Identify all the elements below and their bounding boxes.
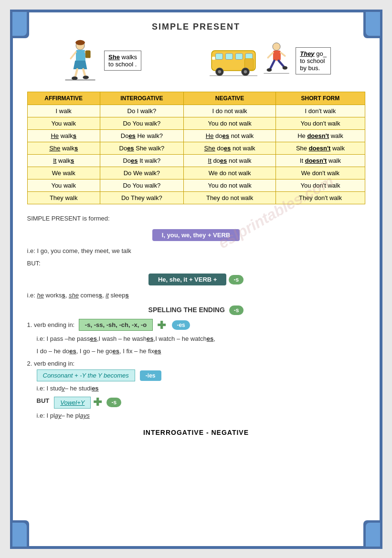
spelling-example1b: I do – he does, I go – he goes, I fix – … — [27, 347, 365, 357]
corner-decoration-tr — [363, 10, 382, 38]
svg-point-32 — [283, 66, 288, 70]
illustration-right: They go_to schoolby bus. — [210, 42, 331, 80]
spelling-item1: 1. verb ending in: -s, -ss, -sh, -ch, -x… — [27, 319, 365, 332]
spelling-item2: 2. verb ending in: — [27, 360, 365, 367]
bus-icon — [210, 42, 257, 80]
badge-es: -es — [172, 320, 190, 330]
formed-example1: i.e: I go, you come, they meet, we talk — [27, 246, 365, 256]
corner-decoration-br — [363, 520, 382, 549]
grammar-table: AFFIRMATIVE INTEROGATIVE NEGATIVE SHORT … — [27, 92, 365, 204]
svg-line-4 — [71, 52, 76, 59]
svg-point-1 — [75, 40, 85, 45]
formed-label: SIMPLE PRESENT is formed: — [27, 214, 365, 224]
table-row: I walkDo I walk?I do not walkI don't wal… — [27, 105, 365, 117]
speech-box-left: She walksto school . — [104, 51, 141, 71]
col-interogative: INTEROGATIVE — [100, 92, 183, 105]
svg-rect-13 — [216, 53, 223, 60]
svg-rect-2 — [76, 50, 85, 62]
table-row: You walkDo You walk?You do not walkYou d… — [27, 179, 365, 192]
consonant-row: Consonant + -Y the Y becomes -ies — [37, 369, 365, 381]
speech-box-right: They go_to schoolby bus. — [296, 47, 331, 74]
spelling-example1: i.e: I pass –he passes,I wash – he washe… — [27, 334, 365, 344]
corner-decoration-tl — [10, 10, 29, 38]
banner1-container: I, you, we, they + VERB — [27, 227, 365, 243]
plus-icon-2: ✚ — [93, 396, 102, 409]
she-italic: she — [69, 292, 79, 299]
they-pronoun: They — [300, 50, 314, 57]
badge-s-vowely: -s — [106, 398, 121, 407]
table-row: She walksDoes She walk?She does not walk… — [27, 142, 365, 155]
vowely-box: Vowel+Y — [54, 397, 91, 409]
table-row: We walkDo We walk?We do not walkWe don't… — [27, 167, 365, 179]
svg-point-31 — [267, 68, 272, 72]
illustrations-row: She walksto school . — [27, 39, 365, 82]
badge-s-spelling: -s — [229, 305, 244, 315]
svg-rect-14 — [226, 53, 233, 60]
banner-i-you-we-they: I, you, we, they + VERB — [152, 229, 240, 241]
table-row: He walksDoes He walk?He does not walkHe … — [27, 130, 365, 142]
badge-s-main: -s — [229, 275, 244, 284]
svg-marker-3 — [74, 61, 87, 69]
svg-rect-6 — [85, 50, 91, 58]
spelling-header: SPELLING THE ENDING -s — [27, 305, 365, 315]
svg-line-28 — [281, 53, 285, 56]
col-shortform: SHORT FORM — [276, 92, 365, 105]
illustration-left: She walksto school . — [61, 39, 141, 82]
grammar-table-body: I walkDo I walk?I do not walkI don't wal… — [27, 105, 365, 204]
main-page: eslprintables.com SIMPLE PRESENT — [10, 10, 382, 549]
table-header-row: AFFIRMATIVE INTEROGATIVE NEGATIVE SHORT … — [27, 92, 365, 105]
plus-icon-1: ✚ — [157, 319, 166, 332]
spelling-section: SPELLING THE ENDING -s 1. verb ending in… — [27, 305, 365, 437]
banner-he-she-it: He, she, it + VERB + — [148, 274, 227, 285]
svg-point-24 — [273, 43, 280, 51]
svg-line-29 — [270, 61, 275, 69]
runner-icon — [262, 42, 291, 80]
svg-line-27 — [268, 53, 273, 58]
but2-label: BUT — [37, 396, 50, 406]
svg-point-10 — [83, 76, 89, 79]
svg-line-30 — [279, 61, 285, 67]
formed-but: BUT: — [27, 259, 365, 269]
svg-rect-22 — [212, 57, 215, 60]
vowely-row: BUT Vowel+Y ✚ -s — [37, 396, 365, 409]
girl-walking-icon — [61, 39, 99, 82]
it-italic: it — [106, 292, 109, 299]
banner2-container: He, she, it + VERB + -s — [27, 271, 365, 288]
svg-point-19 — [218, 70, 222, 74]
formed-section: SIMPLE PRESENT is formed: I, you, we, th… — [27, 214, 365, 301]
badge-ies: -ies — [140, 370, 161, 381]
consonant-box: Consonant + -Y the Y becomes — [37, 369, 135, 381]
corner-decoration-bl — [10, 520, 29, 549]
spelling-example4: i.e: I play– he plays — [27, 411, 365, 421]
verb-endings-box: -s, -ss, -sh, -ch, -x, -o — [79, 319, 153, 331]
table-row: It walksDoes It walk?It does not walkIt … — [27, 155, 365, 167]
he-italic: he — [37, 292, 43, 299]
footer-label: INTERROGATIVE - NEGATIVE — [27, 428, 365, 437]
page-title: SIMPLE PRESENT — [27, 22, 365, 32]
svg-point-9 — [72, 76, 78, 80]
col-negative: NEGATIVE — [183, 92, 276, 105]
table-row: They walkDo They walk?They do not walkTh… — [27, 192, 365, 204]
svg-point-21 — [244, 70, 247, 74]
svg-rect-15 — [235, 53, 243, 60]
spelling-example3: i.e: I study– he studies — [27, 384, 365, 394]
formed-example2: i.e: he workss, she comess, it sleeps — [27, 291, 365, 301]
svg-rect-26 — [273, 51, 281, 61]
svg-line-7 — [75, 69, 77, 78]
col-affirmative: AFFIRMATIVE — [27, 92, 100, 105]
she-pronoun: She — [108, 53, 120, 61]
table-row: You walkDo You walk?You do not walkYou d… — [27, 117, 365, 130]
